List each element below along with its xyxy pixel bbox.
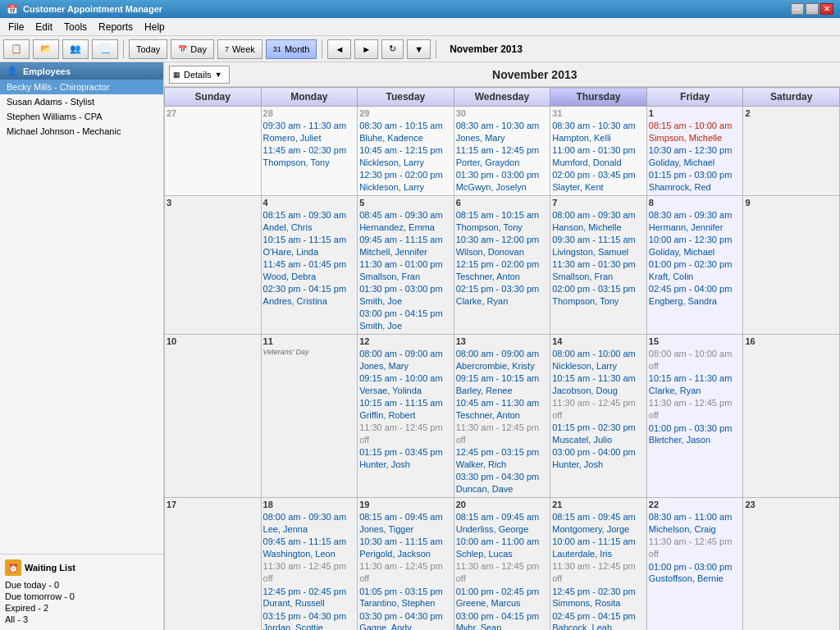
calendar-day-2-3[interactable]: 1308:00 am - 09:00 amAbercrombie, Kristy… — [454, 334, 550, 497]
menu-item-reports[interactable]: Reports — [94, 20, 138, 34]
toolbar-icon-people[interactable]: 👥 — [62, 39, 89, 59]
calendar-header-sunday: Sunday — [165, 88, 262, 107]
calendar-scroll[interactable]: SundayMondayTuesdayWednesdayThursdayFrid… — [164, 87, 840, 630]
waiting-list-icon: ⏰ — [5, 559, 21, 576]
day-number: 6 — [456, 198, 549, 208]
apt-entry-0: 08:00 am - 09:00 amAbercrombie, Kristy — [456, 348, 549, 372]
apt-entry-2: 11:30 am - 12:45 pm off — [552, 560, 645, 584]
calendar-day-3-2[interactable]: 1908:15 am - 09:45 amJones, Tigger10:30 … — [358, 498, 454, 630]
calendar-day-2-1[interactable]: 11Veterans' Day — [261, 334, 358, 497]
apt-entry-0: 09:30 am - 11:30 amRomero, Juliet — [263, 120, 356, 144]
apt-entry-4: 02:45 pm - 04:15 pmBabcock, Leah — [552, 610, 645, 631]
calendar-day-0-0[interactable]: 27 — [165, 107, 262, 196]
day-number: 3 — [167, 198, 259, 208]
calendar-day-2-2[interactable]: 1208:00 am - 09:00 amJones, Mary09:15 am… — [358, 334, 454, 497]
calendar-header-saturday: Saturday — [743, 88, 840, 107]
month-view-button[interactable]: 31 Month — [266, 39, 317, 59]
apt-entry-2: 11:45 am - 01:45 pmWood, Debra — [263, 258, 356, 282]
details-dropdown[interactable]: ▦ Details ▼ — [169, 66, 230, 84]
day-view-button[interactable]: 📅 Day — [171, 39, 214, 59]
employee-item-2[interactable]: Stephen Williams - CPA — [0, 109, 163, 124]
calendar-day-2-5[interactable]: 1508:00 am - 10:00 am off10:15 am - 11:3… — [646, 334, 743, 497]
calendar-day-1-0[interactable]: 3 — [165, 195, 262, 334]
today-button[interactable]: Today — [129, 39, 167, 59]
employee-item-3[interactable]: Michael Johnson - Mechanic — [0, 124, 163, 139]
apt-entry-1: 11:00 am - 01:30 pmMumford, Donald — [552, 144, 645, 168]
apt-entry-0: 08:15 am - 09:45 amMontgomery, Jorge — [552, 511, 645, 535]
calendar-day-3-4[interactable]: 2108:15 am - 09:45 amMontgomery, Jorge10… — [550, 498, 647, 630]
waiting-list-header: ⏰ Waiting List — [5, 559, 158, 576]
calendar-day-1-5[interactable]: 808:30 am - 09:30 amHermann, Jennifer10:… — [646, 195, 743, 334]
calendar-day-0-2[interactable]: 2908:30 am - 10:15 amBluhe, Kadence10:45… — [358, 107, 454, 196]
apt-entry-4: 03:00 pm - 04:15 pmMyhr, Sean — [456, 610, 549, 631]
calendar-day-1-4[interactable]: 708:00 am - 09:30 amHanson, Michelle09:3… — [550, 195, 647, 334]
calendar-header-tuesday: Tuesday — [358, 88, 454, 107]
day-number: 8 — [649, 198, 742, 208]
apt-entry-0: 08:30 am - 10:30 amJones, Mary — [456, 120, 549, 144]
calendar-header: SundayMondayTuesdayWednesdayThursdayFrid… — [165, 88, 840, 107]
calendar-day-0-6[interactable]: 2 — [743, 107, 840, 196]
apt-entry-2: 11:30 am - 12:45 pm off — [359, 560, 452, 584]
menu-item-tools[interactable]: Tools — [59, 20, 92, 34]
apt-entry-4: 03:00 pm - 04:00 pmHunter, Josh — [552, 446, 645, 470]
apt-entry-1: 10:15 am - 11:15 amO'Hare, Linda — [263, 234, 356, 258]
next-button[interactable]: ► — [354, 39, 378, 59]
employee-item-1[interactable]: Susan Adams - Stylist — [0, 94, 163, 109]
toolbar-icon-open[interactable]: 📂 — [33, 39, 59, 59]
calendar-day-1-3[interactable]: 608:15 am - 10:15 amThompson, Tony10:30 … — [454, 195, 550, 334]
calendar-day-1-6[interactable]: 9 — [743, 195, 840, 334]
apt-entry-4: 03:15 pm - 04:30 pmJordan, Scottie — [263, 610, 356, 631]
calendar-day-0-1[interactable]: 2809:30 am - 11:30 amRomero, Juliet11:45… — [261, 107, 358, 196]
apt-entry-1: 10:45 am - 12:15 pmNickleson, Larry — [359, 144, 452, 168]
minimize-button[interactable]: ─ — [791, 3, 804, 15]
menu-item-file[interactable]: File — [3, 20, 29, 34]
titlebar-controls[interactable]: ─ □ ✕ — [791, 3, 833, 15]
calendar-day-1-2[interactable]: 508:45 am - 09:30 amHernandez, Emma09:45… — [358, 195, 454, 334]
day-number: 30 — [456, 108, 549, 118]
apt-entry-0: 08:45 am - 09:30 amHernandez, Emma — [359, 209, 452, 233]
left-panel: 👤 Employees Becky Mills - ChiropractorSu… — [0, 62, 164, 630]
calendar-day-3-0[interactable]: 17 — [165, 498, 262, 630]
apt-entry-1: 10:30 am - 11:15 amPerigold, Jackson — [359, 536, 452, 559]
close-button[interactable]: ✕ — [820, 3, 833, 15]
apt-entry-1: 09:30 am - 11:15 amLivingston, Samuel — [552, 234, 645, 258]
apt-entry-5: 03:30 pm - 04:30 pmDuncan, Dave — [456, 471, 549, 495]
week-view-button[interactable]: 7 Week — [217, 39, 262, 59]
menu-item-edit[interactable]: Edit — [30, 20, 57, 34]
calendar-day-3-3[interactable]: 2008:15 am - 09:45 amUnderliss, George10… — [454, 498, 550, 630]
day-number: 5 — [359, 198, 452, 208]
calendar-day-2-0[interactable]: 10 — [165, 334, 262, 497]
refresh-button[interactable]: ↻ — [381, 39, 404, 59]
prev-button[interactable]: ◄ — [327, 39, 351, 59]
calendar-title: November 2013 — [235, 68, 835, 81]
maximize-button[interactable]: □ — [806, 3, 819, 15]
apt-entry-3: 01:30 pm - 03:00 pmSmith, Joe — [359, 283, 452, 307]
apt-entry-2: 01:00 pm - 02:30 pmKraft, Colin — [649, 258, 742, 282]
menu-item-help[interactable]: Help — [139, 20, 170, 34]
toolbar-icon-list[interactable]: 📃 — [92, 39, 118, 59]
filter-button[interactable]: ▼ — [407, 39, 431, 59]
holiday-note: Veterans' Day — [263, 348, 356, 356]
apt-entry-1: 10:00 am - 11:00 amSchlep, Lucas — [456, 536, 549, 559]
calendar-day-0-5[interactable]: 108:15 am - 10:00 amSimpson, Michelle10:… — [646, 107, 743, 196]
calendar-day-0-3[interactable]: 3008:30 am - 10:30 amJones, Mary11:15 am… — [454, 107, 550, 196]
titlebar-left: 📅 Customer Appointment Manager — [7, 4, 162, 15]
apt-entry-0: 08:00 am - 10:00 amNickleson, Larry — [552, 348, 645, 372]
calendar-day-2-4[interactable]: 1408:00 am - 10:00 amNickleson, Larry10:… — [550, 334, 647, 497]
day-number: 13 — [456, 336, 549, 346]
calendar-day-2-6[interactable]: 16 — [743, 334, 840, 497]
apt-entry-1: 09:15 am - 10:15 amBarley, Renee — [456, 372, 549, 396]
calendar-day-0-4[interactable]: 3108:30 am - 10:30 amHampton, Kelli11:00… — [550, 107, 647, 196]
apt-entry-2: 11:30 am - 01:00 pmSmallson, Fran — [359, 258, 452, 282]
apt-entry-3: 02:45 pm - 04:00 pmEngberg, Sandra — [649, 283, 742, 307]
calendar-day-3-5[interactable]: 2208:30 am - 11:00 amMichelson, Craig11:… — [646, 498, 743, 630]
calendar-day-1-1[interactable]: 408:15 am - 09:30 amAndel, Chris10:15 am… — [261, 195, 358, 334]
dropdown-arrow-icon: ▼ — [215, 71, 222, 79]
calendar-day-3-1[interactable]: 1808:00 am - 09:30 amLee, Jenna09:45 am … — [261, 498, 358, 630]
toolbar-icon-new[interactable]: 📋 — [3, 39, 30, 59]
apt-entry-4: 03:00 pm - 04:15 pmSmith, Joe — [359, 308, 452, 331]
waiting-stat-1: Due tomorrow - 0 — [5, 591, 158, 602]
calendar-day-3-6[interactable]: 23 — [743, 498, 840, 630]
employee-item-0[interactable]: Becky Mills - Chiropractor — [0, 80, 163, 94]
apt-entry-2: 01:30 pm - 03:00 pmMcGwyn, Joselyn — [456, 169, 549, 193]
